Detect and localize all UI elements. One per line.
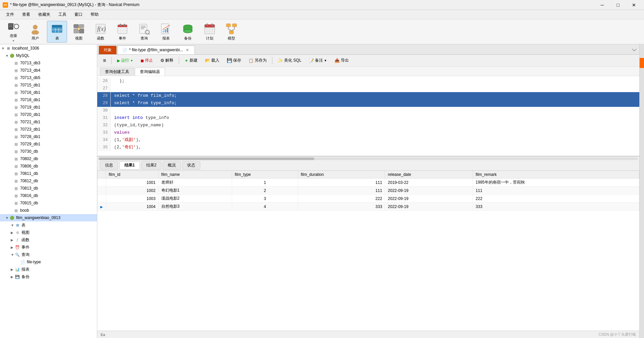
toolbar-event[interactable]: 事件	[112, 21, 132, 43]
sidebar-db-mysql[interactable]: ▼ 🟢 MySQL	[0, 52, 97, 59]
sidebar-db-70811_db[interactable]: ▦ 70811_db	[0, 170, 97, 177]
menu-file[interactable]: 文件	[3, 11, 17, 18]
cell-film-name: 奇幻电影1	[158, 187, 232, 195]
result-tab-status[interactable]: 状态	[182, 161, 200, 170]
editor-hscrollbar[interactable]	[97, 156, 639, 160]
col-header-film-id[interactable]: film_id	[106, 171, 159, 179]
col-header-film-name[interactable]: film_name	[158, 171, 232, 179]
stop-button[interactable]: ◼ 停止	[138, 56, 156, 65]
toolbar-view[interactable]: 视图	[69, 21, 89, 43]
sidebar-db-film[interactable]: ▼ 🟢 film_wangwenbiao_0913	[0, 214, 97, 221]
maximize-button[interactable]: □	[610, 0, 626, 10]
col-header-film-duration[interactable]: film_duration	[298, 171, 385, 179]
sidebar-db-70728_db1[interactable]: ▦ 70728_db1	[0, 133, 97, 140]
right-scrollbar-indicator[interactable]	[639, 45, 644, 338]
toolbar-schedule-label: 计划	[206, 36, 213, 41]
load-button[interactable]: 📂 载入	[202, 56, 222, 65]
col-header-film-type[interactable]: film_type	[232, 171, 298, 179]
cell-film-remark: 1985年的南宿一中，苦宛秋	[473, 179, 639, 187]
table-row[interactable]: ▶ 1004 自然电影3 4 333 2022-09-19 333	[98, 203, 639, 211]
query-subtabs: 查询创建工具 查询编辑器	[97, 67, 639, 76]
sidebar-db-70812_db[interactable]: ▦ 70812_db	[0, 177, 97, 185]
new-button[interactable]: ✦ 新建	[181, 56, 201, 65]
sidebar-db-70730_db[interactable]: ▦ 70730_db	[0, 148, 97, 155]
col-header-film-remark[interactable]: film_remark	[473, 171, 639, 179]
sidebar-db-70713_db3[interactable]: ▦ 70713_db3	[0, 59, 97, 67]
sidebar-db-70716_db1[interactable]: ▦ 70716_db1	[0, 89, 97, 96]
sidebar-view-node[interactable]: ▶ ⊛ 视图	[0, 229, 97, 236]
sidebar-query-file-type[interactable]: 📄 file-type	[0, 258, 97, 266]
toolbar-query[interactable]: 查询	[134, 21, 154, 43]
toolbar-user[interactable]: 用户	[25, 21, 45, 43]
cell-film-id: 1001	[106, 179, 159, 187]
close-button[interactable]: ✕	[626, 0, 641, 10]
sidebar-db-boob[interactable]: ▦ boob	[0, 207, 97, 214]
result-tab-result1[interactable]: 结果1	[119, 161, 140, 170]
sidebar-db-70721_db1[interactable]: ▦ 70721_db1	[0, 118, 97, 126]
sidebar-server[interactable]: ▼ 🖥 localhost_3306	[0, 45, 97, 52]
table-row[interactable]: 1001 老师好 1 111 2019-03-22 1985年的南宿一中，苦宛秋	[98, 179, 639, 187]
sidebar-db-70802_db[interactable]: ▦ 70802_db	[0, 155, 97, 162]
tab-query[interactable]: 📄 * file-type @film_wangwenbi... ✕	[117, 46, 195, 54]
sidebar-db-70806_db[interactable]: ▦ 70806_db	[0, 162, 97, 170]
menu-view[interactable]: 查看	[19, 11, 34, 18]
sidebar-db-70720_db1[interactable]: ▦ 70720_db1	[0, 111, 97, 118]
export-icon: 📤	[334, 58, 340, 63]
subtab-editor[interactable]: 查询编辑器	[135, 68, 165, 76]
toolbar-func[interactable]: f(x) 函数	[91, 21, 111, 43]
sidebar-db-70713_db4[interactable]: ▦ 70713_db4	[0, 67, 97, 74]
sidebar-db-70816_db[interactable]: ▦ 70816_db	[0, 192, 97, 199]
result-tab-result2[interactable]: 结果2	[141, 161, 162, 170]
toolbar-backup[interactable]: 备份	[178, 21, 198, 43]
toolbar-schedule[interactable]: 计划	[200, 21, 220, 43]
cell-film-duration: 222	[298, 195, 385, 203]
sidebar-table-node[interactable]: ▼ ⊞ 表	[0, 221, 97, 229]
code-editor[interactable]: 26 ); 27 28 select * from film_info; 29 …	[97, 76, 639, 156]
comment-button[interactable]: 📝 备注 ▼	[306, 56, 330, 65]
toolbar-model[interactable]: 模型	[221, 21, 241, 43]
save-button[interactable]: 💾 保存	[224, 56, 244, 65]
sidebar-db-70723_db1[interactable]: ▦ 70723_db1	[0, 126, 97, 133]
menu-tools[interactable]: 工具	[55, 11, 70, 18]
toolbar-table[interactable]: 表	[47, 21, 67, 43]
beautify-button[interactable]: ✨ 美化 SQL	[275, 56, 304, 65]
hscroll-thumb[interactable]	[99, 157, 314, 160]
toolbar-report[interactable]: 报表	[156, 21, 176, 43]
explain-button[interactable]: ⚙ 解释	[157, 56, 176, 65]
menu-help[interactable]: 帮助	[87, 11, 102, 18]
sidebar-db-70719_db1[interactable]: ▦ 70719_db1	[0, 104, 97, 111]
table-row[interactable]: 1003 谍战电影2 3 222 2022-09-19 222	[98, 195, 639, 203]
run-button[interactable]: ▶ 运行 ▼	[114, 56, 136, 65]
tab-list-button[interactable]	[629, 46, 639, 54]
save-as-button[interactable]: 📋 另存为	[246, 56, 270, 65]
sidebar-db-70915_db[interactable]: ▦ 70915_db	[0, 199, 97, 207]
svg-point-7	[33, 25, 38, 29]
sidebar-event-node[interactable]: ▶ ⏰ 事件	[0, 244, 97, 251]
sidebar-db-70813_db[interactable]: ▦ 70813_db	[0, 185, 97, 192]
minimize-button[interactable]: ─	[595, 0, 610, 10]
sidebar-func-node[interactable]: ▶ ƒ 函数	[0, 236, 97, 244]
run-icon: ▶	[117, 58, 120, 63]
sidebar-db-70713_db5[interactable]: ▦ 70713_db5	[0, 74, 97, 81]
menu-icon-btn[interactable]: ≡	[100, 56, 109, 65]
sidebar-db-70718_db1[interactable]: ▦ 70718_db1	[0, 96, 97, 104]
sidebar-db-70729_db1[interactable]: ▦ 70729_db1	[0, 140, 97, 148]
svg-line-6	[13, 23, 15, 25]
col-header-release-date[interactable]: release_date	[385, 171, 473, 179]
sidebar-report-node[interactable]: ▶ 📊 报表	[0, 266, 97, 273]
tab-close-icon[interactable]: ✕	[185, 48, 190, 52]
sidebar-backup-node[interactable]: ▶ 💾 备份	[0, 273, 97, 280]
hscroll-track[interactable]	[99, 157, 638, 160]
result-tab-overview[interactable]: 概况	[163, 161, 181, 170]
save-as-icon: 📋	[249, 58, 254, 63]
menu-favorites[interactable]: 收藏夹	[35, 11, 54, 18]
tab-object[interactable]: 对象	[99, 46, 117, 54]
export-button[interactable]: 📤 导出	[331, 56, 352, 65]
toolbar-connect[interactable]: 连接 ▼	[3, 21, 23, 43]
sidebar-db-70715_db1[interactable]: ▦ 70715_db1	[0, 81, 97, 89]
result-tab-info[interactable]: 信息	[100, 161, 118, 170]
subtab-builder[interactable]: 查询创建工具	[100, 68, 134, 76]
sidebar-query-node[interactable]: ▼ 🔍 查询	[0, 251, 97, 258]
menu-window[interactable]: 窗口	[71, 11, 86, 18]
table-row[interactable]: 1002 奇幻电影1 2 111 2022-09-19 111	[98, 187, 639, 195]
